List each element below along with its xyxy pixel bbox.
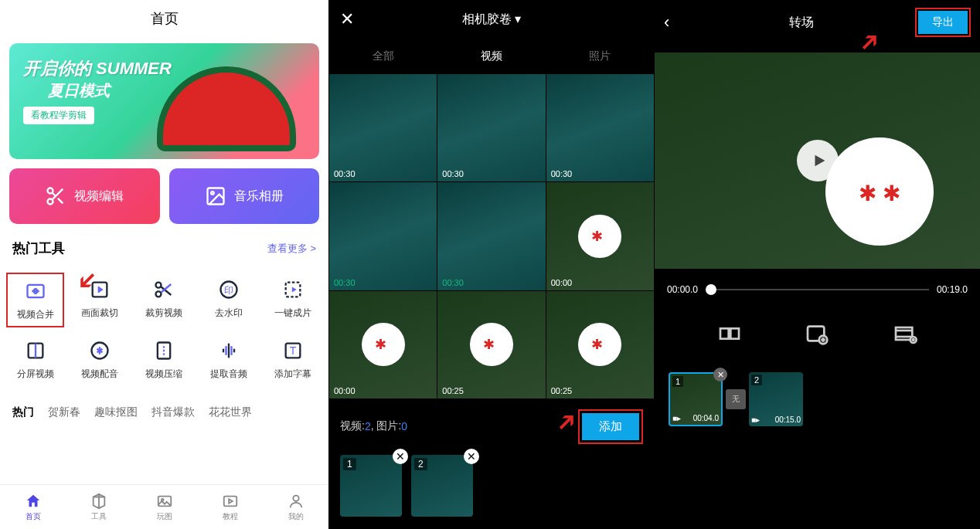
tool-video-merge[interactable]: 视频合并 [6, 273, 64, 327]
video-icon [222, 493, 239, 510]
scrubber-handle[interactable] [706, 284, 716, 295]
media-item[interactable]: 00:25 [546, 291, 654, 398]
tool-compress[interactable]: 视频压缩 [135, 334, 193, 385]
svg-point-6 [211, 192, 214, 195]
album-title[interactable]: 相机胶卷 ▾ [363, 12, 620, 28]
cube-icon [90, 493, 107, 510]
tool-label: 添加字幕 [274, 368, 311, 381]
summer-banner[interactable]: 开启你的 SUMMER 夏日模式 看教程学剪辑 [9, 43, 319, 159]
clip-item[interactable]: 2 ■▸ 00:15.0 [749, 372, 803, 426]
tool-extract-audio[interactable]: 提取音频 [199, 334, 257, 385]
media-item[interactable]: 00:30 [437, 74, 545, 181]
play-button[interactable] [797, 140, 839, 181]
home-screen: 首页 开启你的 SUMMER 夏日模式 看教程学剪辑 视频编辑 音乐相册 热门工… [0, 0, 329, 529]
tool-label: 视频配音 [81, 368, 118, 381]
view-more-link[interactable]: 查看更多 > [267, 242, 316, 256]
tab-cutout[interactable]: 趣味抠图 [94, 405, 138, 419]
video-preview[interactable] [655, 53, 980, 269]
nav-play[interactable]: 玩图 [131, 485, 197, 529]
close-button[interactable]: ✕ [340, 9, 363, 29]
tab-video[interactable]: 视频 [437, 43, 546, 70]
media-item[interactable]: 00:30 [329, 182, 437, 290]
video-edit-card[interactable]: 视频编辑 [9, 168, 160, 224]
clip-item[interactable]: 1 ■▸ 00:04.0 ✕ [669, 372, 723, 426]
play-icon [811, 152, 828, 169]
auto-icon [281, 277, 305, 302]
back-button[interactable]: ‹ [664, 12, 687, 32]
media-item[interactable]: 00:00 [546, 182, 654, 290]
tool-label: 一键成片 [274, 307, 311, 320]
remove-icon[interactable]: ✕ [464, 449, 479, 464]
category-tabs: 热门 贺新春 趣味抠图 抖音爆款 花花世界 [0, 399, 328, 426]
remove-icon[interactable]: ✕ [393, 449, 408, 464]
svg-rect-36 [720, 328, 729, 338]
tool-dub[interactable]: 视频配音 [70, 334, 128, 385]
media-item[interactable]: 00:00 [329, 291, 437, 398]
audio-icon [216, 338, 241, 363]
selected-thumb[interactable]: 1✕ [340, 455, 402, 517]
seal-icon: 印 [216, 277, 241, 302]
nav-me[interactable]: 我的 [263, 485, 328, 529]
tool-label: 画面裁切 [81, 307, 118, 320]
media-item[interactable]: 00:25 [437, 291, 545, 398]
scissors-icon [151, 277, 176, 302]
home-icon [25, 493, 42, 510]
tab-newyear[interactable]: 贺新春 [48, 405, 80, 419]
video-badge-icon: ■▸ [751, 415, 760, 424]
bottom-nav: 首页 工具 玩图 教程 我的 [0, 484, 328, 529]
tab-flower[interactable]: 花花世界 [209, 405, 252, 419]
tool-auto[interactable]: 一键成片 [264, 273, 322, 327]
tool-watermark[interactable]: 印 去水印 [199, 273, 257, 327]
tab-all[interactable]: 全部 [329, 43, 437, 70]
media-picker-screen: ✕ 相机胶卷 ▾ 全部 视频 照片 00:30 00:30 00:30 00:3… [329, 0, 655, 529]
tab-hot[interactable]: 热门 [12, 405, 34, 419]
compress-icon [151, 338, 176, 363]
banner-title: 开启你的 SUMMER [23, 57, 172, 80]
music-album-card[interactable]: 音乐相册 [169, 168, 320, 224]
video-edit-label: 视频编辑 [74, 188, 124, 205]
clip-timeline: 1 ■▸ 00:04.0 ✕ 无 2 ■▸ 00:15.0 [655, 365, 980, 434]
tools-section-title: 热门工具 [12, 239, 65, 257]
svg-line-4 [53, 192, 56, 196]
transition-screen: ‹ 转场 导出 00:00.0 00:19.0 1 ■▸ 00:04.0 ✕ 无… [655, 0, 980, 529]
user-icon [288, 493, 305, 510]
tab-douyin[interactable]: 抖音爆款 [151, 405, 195, 419]
add-button-highlight: 添加 [578, 409, 643, 444]
remove-clip-icon[interactable]: ✕ [713, 368, 727, 381]
media-item[interactable]: 00:30 [546, 74, 654, 181]
split-icon [23, 338, 48, 363]
nav-tutorial[interactable]: 教程 [197, 485, 263, 529]
filmstrip-icon[interactable] [890, 318, 920, 349]
banner-subtitle: 夏日模式 [48, 80, 110, 101]
svg-line-3 [58, 198, 63, 203]
add-media-icon[interactable] [801, 318, 832, 349]
selected-thumb[interactable]: 2✕ [411, 455, 473, 517]
tab-photo[interactable]: 照片 [546, 43, 654, 70]
transition-slot[interactable]: 无 [726, 389, 746, 409]
export-highlight: 导出 [915, 8, 971, 37]
mic-icon [87, 338, 112, 363]
selected-thumbs: 1✕ 2✕ [329, 455, 654, 517]
time-total: 00:19.0 [937, 284, 968, 295]
transition-tool-icon[interactable] [714, 318, 745, 349]
nav-home[interactable]: 首页 [0, 485, 66, 529]
tool-subtitle[interactable]: T 添加字幕 [264, 334, 322, 385]
text-icon: T [281, 338, 305, 363]
timeline[interactable]: 00:00.0 00:19.0 [655, 276, 980, 303]
svg-point-34 [293, 495, 298, 500]
video-badge-icon: ■▸ [672, 414, 681, 422]
time-current: 00:00.0 [667, 284, 698, 295]
svg-rect-37 [730, 328, 739, 338]
media-item[interactable]: 00:30 [437, 182, 545, 290]
add-button[interactable]: 添加 [582, 413, 639, 440]
svg-marker-9 [98, 286, 104, 293]
image-icon [205, 185, 226, 207]
tool-split[interactable]: 分屏视频 [6, 334, 64, 385]
export-button[interactable]: 导出 [918, 11, 968, 34]
scrubber-track[interactable] [706, 289, 929, 290]
nav-tools[interactable]: 工具 [66, 485, 131, 529]
tool-crop[interactable]: 画面裁切 [70, 273, 128, 327]
media-item[interactable]: 00:30 [329, 74, 437, 181]
merge-icon [23, 279, 48, 303]
tool-trim[interactable]: 裁剪视频 [135, 273, 193, 327]
